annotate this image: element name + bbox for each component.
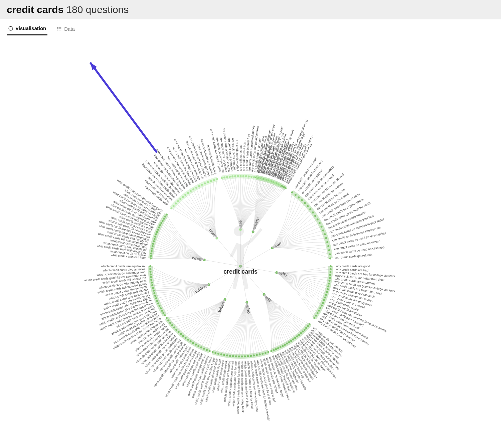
title-keyword: credit cards [7, 4, 63, 15]
leaf-dot [195, 343, 197, 345]
leaf-dot [175, 329, 177, 331]
leaf-dot [315, 315, 317, 317]
leaf-dot [244, 355, 246, 357]
leaf-dot [326, 241, 328, 243]
leaf-dot [150, 253, 152, 255]
leaf-dot [277, 347, 279, 349]
leaf-dot [156, 231, 158, 233]
leaf-dot [326, 291, 328, 293]
leaf-dot [154, 295, 156, 297]
leaf-dot [327, 245, 329, 247]
leaf-dot [330, 268, 332, 270]
leaf-dot [248, 175, 250, 177]
leaf-dot [273, 349, 275, 351]
leaf-dot [157, 302, 159, 304]
tab-data[interactable]: Data [55, 23, 76, 35]
leaf-dot [229, 176, 231, 178]
leaf-dot [317, 218, 319, 220]
svg-point-4 [57, 27, 58, 27]
leaf-dot [149, 271, 151, 273]
leaf-dot [325, 237, 327, 239]
leaf-dot [226, 176, 228, 178]
leaf-dot [169, 322, 171, 324]
question-label: which credit cards are synchrony bank [240, 361, 245, 413]
leaf-dot [267, 351, 269, 353]
leaf-dot [302, 330, 304, 332]
leaf-dot [247, 355, 249, 357]
leaf-dot [212, 351, 214, 353]
leaf-dot [170, 207, 172, 209]
leaf-dot [282, 345, 284, 347]
leaf-dot [253, 354, 255, 356]
leaf-dot [209, 350, 211, 352]
leaf-dot [192, 342, 194, 344]
leaf-dot [290, 340, 292, 342]
leaf-dot [304, 329, 306, 331]
leaf-dot [269, 180, 271, 182]
leaf-dot [220, 353, 222, 355]
leaf-dot [163, 218, 165, 220]
leaf-dot [322, 302, 324, 304]
leaf-dot [291, 191, 293, 193]
leaf-dot [329, 274, 331, 276]
leaf-dot [180, 333, 182, 335]
leaf-dot [265, 352, 267, 354]
leaf-dot [321, 304, 323, 306]
leaf-dot [213, 179, 215, 181]
leaf-dot [198, 185, 200, 187]
leaf-dot [182, 335, 184, 337]
leaf-dot [309, 208, 311, 210]
leaf-dot [298, 196, 300, 198]
leaf-dot [185, 337, 187, 339]
leaf-dot [190, 190, 192, 192]
leaf-dot [149, 265, 151, 267]
leaf-dot [275, 348, 277, 350]
leaf-dot [292, 338, 294, 340]
leaf-dot [195, 187, 197, 189]
leaf-dot [171, 324, 173, 326]
leaf-dot [204, 182, 206, 184]
leaf-dot [274, 182, 276, 184]
leaf-dot [206, 349, 208, 351]
leaf-dot [175, 202, 177, 204]
leaf-dot [305, 327, 307, 329]
leaf-dot [261, 178, 263, 180]
leaf-dot [286, 342, 288, 344]
leaf-dot [285, 187, 287, 189]
leaf-dot [277, 183, 279, 185]
leaf-dot [322, 230, 324, 232]
leaf-dot [152, 245, 154, 247]
leaf-dot [151, 250, 153, 252]
tab-data-label: Data [64, 26, 75, 32]
leaf-dot [153, 292, 155, 294]
leaf-dot [309, 323, 311, 325]
leaf-dot [149, 268, 151, 270]
leaf-dot [329, 277, 331, 279]
leaf-dot [216, 178, 218, 180]
leaf-dot [150, 279, 152, 281]
radial-chart: credit cardswherewhere credit cards are … [0, 39, 501, 448]
leaf-dot [151, 282, 153, 284]
leaf-dot [307, 325, 309, 327]
leaf-dot [235, 355, 237, 357]
leaf-dot [164, 215, 166, 217]
leaf-dot [161, 310, 163, 312]
leaf-dot [328, 283, 330, 285]
leaf-dot [207, 181, 209, 183]
leaf-dot [162, 312, 164, 314]
leaf-dot [327, 288, 329, 290]
list-icon [57, 26, 62, 31]
leaf-dot [192, 188, 194, 190]
leaf-dot [325, 294, 327, 296]
visualisation-container: credit cardswherewhere credit cards are … [0, 39, 501, 448]
leaf-dot [288, 341, 290, 343]
leaf-dot [150, 255, 152, 257]
leaf-dot [313, 317, 315, 319]
leaf-dot [152, 243, 154, 245]
leaf-dot [187, 339, 189, 341]
leaf-dot [259, 177, 261, 179]
leaf-dot [200, 346, 202, 348]
tab-visualisation[interactable]: Visualisation [7, 23, 47, 35]
leaf-dot [159, 224, 161, 226]
leaf-dot [294, 337, 296, 339]
